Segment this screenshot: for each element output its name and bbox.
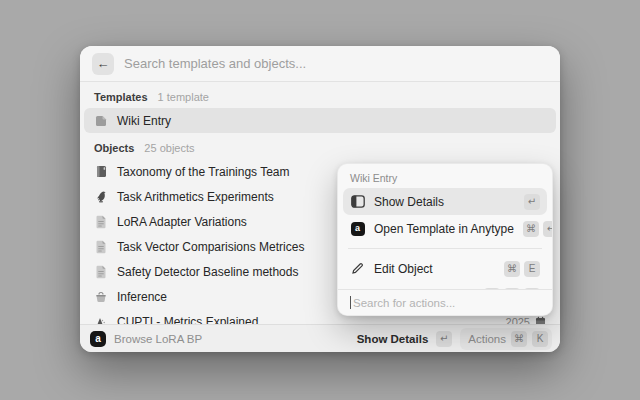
template-icon: [94, 114, 108, 128]
anytype-logo-glyph: a: [351, 222, 365, 236]
action-label: Edit Object: [374, 262, 433, 276]
action-show-details[interactable]: Show Details ↵: [343, 188, 547, 215]
actions-button[interactable]: Actions ⌘ K: [460, 328, 552, 350]
shortcut-keys: ⌘ ↵: [523, 221, 553, 237]
action-open-template[interactable]: a Open Template in Anytype ⌘ ↵: [343, 215, 547, 242]
object-label: Inference: [117, 290, 167, 304]
sidebar-icon: [350, 194, 365, 209]
return-key-badge: ↵: [543, 221, 553, 237]
page-icon: [94, 265, 108, 279]
shortcut-keys: ↵: [524, 194, 540, 210]
section-count: 1 template: [158, 91, 209, 103]
object-label: Safety Detector Baseline methods: [117, 265, 298, 279]
basket-icon: [94, 290, 108, 304]
return-key-badge: ↵: [436, 331, 452, 347]
object-label: Task Vector Comparisions Metrices: [117, 240, 304, 254]
actions-search-input[interactable]: [353, 297, 540, 309]
return-key-badge: ↵: [524, 194, 540, 210]
section-title: Objects: [94, 142, 134, 154]
shortcut-keys: ⌘ E: [504, 261, 540, 277]
popup-title: Wiki Entry: [338, 164, 552, 188]
actions-popup: Wiki Entry Show Details ↵ a Open Templat…: [337, 163, 553, 316]
page-icon: [94, 215, 108, 229]
templates-section-header: Templates 1 template: [80, 82, 560, 108]
e-key-badge: E: [524, 261, 540, 277]
search-input[interactable]: [124, 56, 548, 71]
page-icon: [94, 240, 108, 254]
search-bar: ←: [80, 46, 560, 82]
object-label: LoRA Adapter Variations: [117, 215, 247, 229]
anytype-logo-icon: a: [90, 331, 106, 347]
template-label: Wiki Entry: [117, 114, 171, 128]
objects-section-header: Objects 25 objects: [80, 133, 560, 159]
status-bar: a Browse LoRA BP Show Details ↵ Actions …: [80, 324, 560, 352]
action-edit-object[interactable]: Edit Object ⌘ E: [343, 255, 547, 282]
back-arrow-icon: ←: [97, 56, 110, 71]
anytype-icon: a: [350, 221, 365, 236]
footer-actions: Show Details ↵ Actions ⌘ K: [357, 328, 552, 350]
back-button[interactable]: ←: [92, 53, 114, 75]
show-details-button[interactable]: Show Details: [357, 333, 429, 345]
action-label: Show Details: [374, 195, 444, 209]
k-key-badge: K: [532, 331, 548, 347]
anytype-logo-glyph: a: [95, 334, 101, 344]
cmd-key-badge: ⌘: [511, 331, 527, 347]
object-label: Taxonomy of the Trainings Team: [117, 165, 290, 179]
popup-divider: [348, 248, 542, 249]
cmd-key-badge: ⌘: [504, 261, 520, 277]
action-label: Open Template in Anytype: [374, 222, 514, 236]
actions-label: Actions: [468, 333, 506, 345]
space-label: Browse LoRA BP: [114, 333, 202, 345]
notebook-icon: [94, 165, 108, 179]
text-cursor: [350, 296, 351, 309]
section-title: Templates: [94, 91, 148, 103]
object-label: Task Arithmetics Experiments: [117, 190, 274, 204]
section-count: 25 objects: [144, 142, 194, 154]
bird-icon: [94, 190, 108, 204]
actions-search-bar: [338, 289, 552, 315]
cmd-key-badge: ⌘: [523, 221, 539, 237]
template-row-wiki-entry[interactable]: Wiki Entry: [84, 108, 556, 133]
pencil-icon: [350, 261, 365, 276]
